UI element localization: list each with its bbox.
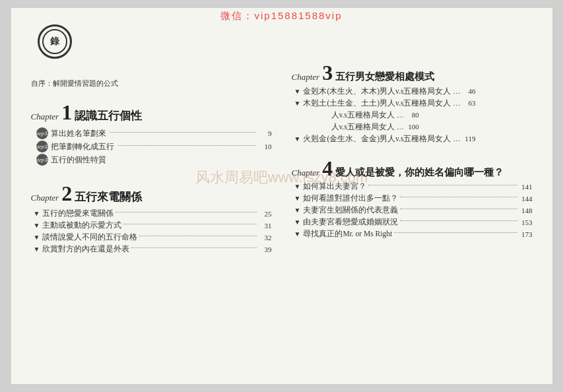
ch4-dots-1	[368, 185, 517, 185]
step-2-label: 把筆劃轉化成五行	[51, 142, 114, 152]
ch4-section-4: ▼ 由夫妻宮看戀愛或婚姻狀況 153	[294, 217, 533, 227]
bullet-2: ▼	[34, 222, 40, 229]
ch2-label-2: 主動或被動的示愛方式	[42, 220, 121, 230]
ch4-text-4: 由夫妻宮看戀愛或婚姻狀況 153	[303, 217, 532, 227]
r-bullet-5: ▼	[294, 195, 301, 202]
ch3-section-3: 人v.s五種格局女人 … 80	[331, 110, 533, 120]
ch2-dots-1	[116, 212, 256, 212]
ch4-dots-5	[394, 232, 517, 233]
ch3-section-2: ▼ 木剋土(土生金、土土)男人v.s五種格局女人 … 63	[294, 98, 533, 108]
ch2-section-3: ▼ 談情說愛人不同的五行命格 32	[34, 232, 272, 242]
step-3-label: 五行的個性特質	[51, 155, 106, 165]
chapter-2-name: 五行來電關係	[75, 189, 142, 205]
chapter-4-name: 愛人或是被愛，你的姓名偏向哪一種？	[335, 166, 504, 180]
chapter-3-name: 五行男女戀愛相處模式	[335, 71, 434, 84]
chapter-3-label: Chapter	[292, 72, 320, 82]
chapter-1-title: Chapter 1 認識五行個性	[31, 102, 272, 123]
ch4-section-3: ▼ 夫妻宮生剋關係的代表意義 148	[294, 205, 533, 215]
ch3-label-3: 人v.s五種格局女人	[331, 110, 395, 120]
ch3-page-1: 46	[462, 87, 475, 95]
r-bullet-3: ▼	[294, 135, 301, 143]
r-bullet-8: ▼	[294, 230, 301, 238]
ch3-section-5: ▼ 火剋金(金生水、金金)男人v.s五種格局女人 … 119	[294, 134, 533, 144]
watermark-top: 微信：vip15881588vip	[11, 8, 552, 24]
ch3-label-4: 人v.s五種格局女人	[331, 122, 395, 132]
ch2-page-1: 25	[259, 210, 272, 218]
ch3-page-5: 119	[462, 135, 475, 143]
ch2-text-4: 欣賞對方的內在還是外表 39	[42, 244, 271, 254]
ch4-page-2: 144	[519, 195, 533, 203]
book-content: 自序：解開愛情習題的公式 Chapter 1 認識五行個性 step① 算出姓名…	[11, 22, 552, 384]
bullet-4: ▼	[34, 245, 40, 253]
ch4-label-1: 如何算出夫妻宮？	[303, 181, 366, 191]
ch2-section-4: ▼ 欣賞對方的內在還是外表 39	[34, 244, 272, 254]
ch2-page-4: 39	[259, 245, 272, 253]
ch4-section-2: ▼ 如何看誰對誰付出多一點？ 144	[294, 193, 533, 203]
preface: 自序：解開愛情習題的公式	[31, 79, 272, 88]
chapter-2-block: Chapter 2 五行來電關係 ▼ 五行的戀愛來電關係 25 ▼ 主動或被動的…	[31, 180, 272, 256]
bullet-3: ▼	[34, 234, 40, 241]
logo-text: 錄	[50, 36, 59, 48]
ch2-label-1: 五行的戀愛來電關係	[42, 209, 114, 218]
ch3-section-4: 人v.s五種格局女人 … 100	[331, 122, 533, 132]
chapter-4-block: Chapter 4 愛人或是被愛，你的姓名偏向哪一種？ ▼ 如何算出夫妻宮？ 1…	[292, 158, 533, 242]
ch4-label-2: 如何看誰對誰付出多一點？	[303, 193, 398, 203]
ch4-label-4: 由夫妻宮看戀愛或婚姻狀況	[303, 217, 398, 227]
r-bullet-7: ▼	[294, 218, 301, 226]
ch4-dots-3	[400, 209, 517, 209]
chapter-3-num: 3	[322, 62, 333, 83]
r-bullet-4: ▼	[294, 183, 301, 190]
step-1-page: 9	[259, 129, 272, 137]
ch4-page-1: 141	[519, 183, 533, 191]
ch3-text-2: 木剋土(土生金、土土)男人v.s五種格局女人 … 63	[303, 98, 532, 108]
bullet-1: ▼	[34, 210, 40, 217]
ch2-section-1: ▼ 五行的戀愛來電關係 25	[34, 209, 272, 218]
chapter-4-title: Chapter 4 愛人或是被愛，你的姓名偏向哪一種？	[292, 158, 533, 180]
right-column: Chapter 3 五行男女戀愛相處模式 ▼ 金剋木(木生火、木木)男人v.s五…	[292, 29, 533, 377]
ch3-page-4: 100	[406, 123, 419, 131]
ch3-text-1: 金剋木(木生火、木木)男人v.s五種格局女人 … 46	[303, 86, 532, 96]
chapter-2-label: Chapter	[31, 193, 59, 203]
ch3-text-5: 火剋金(金生水、金金)男人v.s五種格局女人 … 119	[303, 134, 532, 144]
ch3-label-2: 木剋土(土生金、土土)男人v.s五種格局女人	[303, 98, 451, 108]
ch2-dots-3	[139, 236, 256, 236]
ch2-text-1: 五行的戀愛來電關係 25	[42, 209, 271, 218]
chapter-1-block: Chapter 1 認識五行個性 step① 算出姓名筆劃來 9 step② 把…	[31, 99, 272, 167]
step-3-badge: step③	[36, 154, 48, 166]
step-3-text: 五行的個性特質	[51, 155, 272, 165]
step-2-text: 把筆劃轉化成五行 10	[51, 142, 272, 152]
ch4-text-3: 夫妻宮生剋關係的代表意義 148	[303, 205, 532, 215]
step-2-row: step② 把筆劃轉化成五行 10	[36, 141, 272, 152]
chapter-2-num: 2	[61, 183, 72, 204]
chapter-1-num: 1	[61, 102, 72, 123]
ch3-text-3: 人v.s五種格局女人 … 80	[331, 110, 533, 120]
step-1-badge: step①	[36, 127, 48, 139]
chapter-3-block: Chapter 3 五行男女戀愛相處模式 ▼ 金剋木(木生火、木木)男人v.s五…	[292, 62, 533, 146]
ch4-text-1: 如何算出夫妻宮？ 141	[303, 181, 532, 191]
step-1-dots	[110, 132, 255, 133]
left-column: 自序：解開愛情習題的公式 Chapter 1 認識五行個性 step① 算出姓名…	[31, 29, 272, 377]
chapter-2-title: Chapter 2 五行來電關係	[31, 183, 272, 205]
ch4-page-4: 153	[519, 218, 533, 226]
ch3-section-1: ▼ 金剋木(木生火、木木)男人v.s五種格局女人 … 46	[294, 86, 533, 96]
ch3-label-1: 金剋木(木生火、木木)男人v.s五種格局女人	[303, 86, 451, 96]
ch2-page-2: 31	[259, 222, 272, 230]
ch2-text-2: 主動或被動的示愛方式 31	[42, 220, 271, 230]
ch2-label-3: 談情說愛人不同的五行命格	[42, 232, 137, 242]
ch4-section-1: ▼ 如何算出夫妻宮？ 141	[294, 181, 533, 191]
ch2-dots-2	[123, 224, 256, 224]
ch2-page-3: 32	[259, 234, 272, 242]
logo-area: 錄	[38, 24, 72, 59]
step-1-row: step① 算出姓名筆劃來 9	[36, 127, 272, 139]
chapter-3-title: Chapter 3 五行男女戀愛相處模式	[292, 62, 533, 84]
ch2-dots-4	[131, 247, 256, 248]
r-bullet-2: ▼	[294, 100, 301, 107]
ch2-section-2: ▼ 主動或被動的示愛方式 31	[34, 220, 272, 230]
step-2-badge: step②	[36, 141, 48, 152]
ch4-dots-2	[400, 197, 517, 197]
ch3-text-4: 人v.s五種格局女人 … 100	[331, 122, 533, 132]
ch4-page-3: 148	[519, 207, 533, 214]
chapter-1-label: Chapter	[31, 112, 59, 122]
page: 微信：vip15881588vip 錄 风水周易吧www.fszy8.com 自…	[11, 8, 552, 384]
r-bullet-6: ▼	[294, 207, 301, 214]
